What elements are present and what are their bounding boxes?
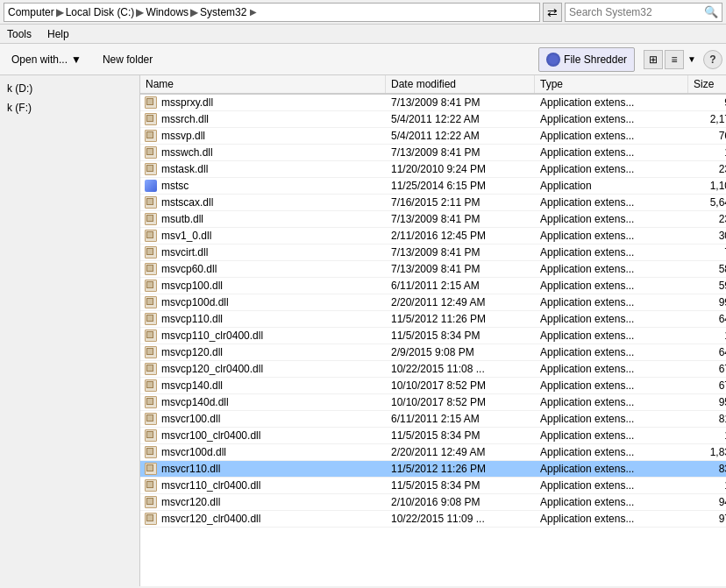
file-type: Application extens... xyxy=(535,444,688,460)
table-row[interactable]: msvcp140.dll 10/10/2017 8:52 PM Applicat… xyxy=(140,378,726,394)
file-name: msvcp110_clr0400.dll xyxy=(161,329,263,342)
file-name-cell: msvcirt.dll xyxy=(140,244,386,260)
file-name: msvcr100d.dll xyxy=(161,446,226,458)
table-row[interactable]: msvcp140d.dll 10/10/2017 8:52 PM Applica… xyxy=(140,394,726,411)
dll-icon xyxy=(145,146,157,159)
file-name: msvcirt.dll xyxy=(161,246,208,259)
column-header-row: Name Date modified Type Size xyxy=(140,75,726,95)
file-type: Application extens... xyxy=(535,428,688,443)
table-row[interactable]: msvcr120.dll 2/10/2016 9:08 PM Applicati… xyxy=(140,494,726,511)
dll-icon xyxy=(145,479,157,492)
view-list-button[interactable]: ≡ xyxy=(665,50,684,69)
file-type: Application extens... xyxy=(535,411,688,427)
menu-tools[interactable]: Tools xyxy=(4,27,35,41)
file-name-cell: msvcp60.dll xyxy=(140,261,386,277)
dll-icon xyxy=(145,379,157,392)
col-header-name[interactable]: Name xyxy=(140,75,386,93)
table-row[interactable]: msvcr120_clr0400.dll 10/22/2015 11:09 ..… xyxy=(140,511,726,528)
refresh-button[interactable]: ⇄ xyxy=(543,3,562,22)
help-button[interactable]: ? xyxy=(703,50,722,69)
file-type: Application extens... xyxy=(535,228,688,244)
file-type: Application xyxy=(535,178,688,194)
table-row[interactable]: msvcirt.dll 7/13/2009 8:41 PM Applicatio… xyxy=(140,244,726,261)
col-header-size[interactable]: Size xyxy=(688,75,726,93)
file-size: 2,172 KB xyxy=(688,111,726,127)
file-shredder-label: File Shredder xyxy=(564,53,627,66)
file-name: msvcp120_clr0400.dll xyxy=(161,363,263,375)
file-name-cell: msvcp120.dll xyxy=(140,344,386,360)
table-row[interactable]: msvcp110.dll 11/5/2012 11:26 PM Applicat… xyxy=(140,311,726,328)
file-type: Application extens... xyxy=(535,95,688,110)
file-list-container[interactable]: Name Date modified Type Size mssprxy.dll… xyxy=(140,75,726,586)
file-size: 19 KB xyxy=(688,328,726,344)
menu-help[interactable]: Help xyxy=(44,27,73,41)
file-date: 10/22/2015 11:08 ... xyxy=(386,361,535,377)
table-row[interactable]: mstask.dll 11/20/2010 9:24 PM Applicatio… xyxy=(140,161,726,178)
file-type: Application extens... xyxy=(535,161,688,177)
view-grid-button[interactable]: ⊞ xyxy=(644,50,663,69)
address-path[interactable]: Computer ▶ Local Disk (C:) ▶ Windows ▶ S… xyxy=(4,3,540,22)
table-row[interactable]: msswch.dll 7/13/2009 8:41 PM Application… xyxy=(140,145,726,161)
file-size: 810 KB xyxy=(688,411,726,427)
file-name-cell: mssprxy.dll xyxy=(140,95,386,110)
file-date: 7/13/2009 8:41 PM xyxy=(386,211,535,227)
file-type: Application extens... xyxy=(535,145,688,160)
table-row[interactable]: mssprxy.dll 7/13/2009 8:41 PM Applicatio… xyxy=(140,95,726,111)
file-name-cell: msv1_0.dll xyxy=(140,228,386,244)
search-input[interactable] xyxy=(569,6,704,18)
table-row[interactable]: mssrch.dll 5/4/2011 12:22 AM Application… xyxy=(140,111,726,128)
table-row[interactable]: msvcp120.dll 2/9/2015 9:08 PM Applicatio… xyxy=(140,344,726,361)
col-header-type[interactable]: Type xyxy=(535,75,688,93)
table-row[interactable]: msvcr110_clr0400.dll 11/5/2015 8:34 PM A… xyxy=(140,478,726,494)
file-name: mssprxy.dll xyxy=(161,96,213,109)
sidebar-item-d[interactable]: k (D:) xyxy=(0,79,139,98)
file-name-cell: msvcr100d.dll xyxy=(140,444,386,460)
table-row[interactable]: msv1_0.dll 2/11/2016 12:45 PM Applicatio… xyxy=(140,228,726,244)
table-row[interactable]: msvcr100.dll 6/11/2011 2:15 AM Applicati… xyxy=(140,411,726,428)
sidebar: k (D:) k (F:) xyxy=(0,75,140,586)
file-size: 1,830 KB xyxy=(688,444,726,460)
table-row[interactable]: msvcp100d.dll 2/20/2011 12:49 AM Applica… xyxy=(140,294,726,311)
table-row[interactable]: msvcp60.dll 7/13/2009 8:41 PM Applicatio… xyxy=(140,261,726,278)
file-name: msvcr100.dll xyxy=(161,413,220,425)
file-name-cell: msvcp120_clr0400.dll xyxy=(140,361,386,377)
table-row[interactable]: msutb.dll 7/13/2009 8:41 PM Application … xyxy=(140,211,726,228)
file-date: 5/4/2011 12:22 AM xyxy=(386,111,535,127)
table-row[interactable]: msvcr100d.dll 2/20/2011 12:49 AM Applica… xyxy=(140,444,726,461)
table-row[interactable]: msvcr100_clr0400.dll 11/5/2015 8:34 PM A… xyxy=(140,428,726,444)
table-row[interactable]: msvcp100.dll 6/11/2011 2:15 AM Applicati… xyxy=(140,278,726,294)
file-size: 5,644 KB xyxy=(688,195,726,210)
file-date: 11/20/2010 9:24 PM xyxy=(386,161,535,177)
file-date: 10/22/2015 11:09 ... xyxy=(386,511,535,527)
file-date: 11/5/2015 8:34 PM xyxy=(386,428,535,443)
file-name-cell: msvcr100_clr0400.dll xyxy=(140,428,386,443)
table-row[interactable]: mstsc 11/25/2014 6:15 PM Application 1,1… xyxy=(140,178,726,195)
file-name: mssvp.dll xyxy=(161,130,205,142)
table-row[interactable]: msvcp110_clr0400.dll 11/5/2015 8:34 PM A… xyxy=(140,328,726,344)
col-header-date[interactable]: Date modified xyxy=(386,75,535,93)
table-row[interactable]: msvcp120_clr0400.dll 10/22/2015 11:08 ..… xyxy=(140,361,726,378)
file-size: 942 KB xyxy=(688,494,726,510)
file-name: msvcr100_clr0400.dll xyxy=(161,429,260,442)
search-icon: 🔍 xyxy=(704,5,718,18)
dll-icon xyxy=(145,463,157,475)
file-name: mstsc xyxy=(161,180,189,192)
toolbar: Open with... ▼ New folder File Shredder … xyxy=(0,44,726,75)
table-row[interactable]: msvcr110.dll 11/5/2012 11:26 PM Applicat… xyxy=(140,461,726,478)
file-name: msvcp110.dll xyxy=(161,313,223,325)
table-row[interactable]: mstscax.dll 7/16/2015 2:11 PM Applicatio… xyxy=(140,195,726,211)
file-date: 11/5/2012 11:26 PM xyxy=(386,311,535,327)
file-date: 2/9/2015 9:08 PM xyxy=(386,344,535,360)
new-folder-button[interactable]: New folder xyxy=(95,47,160,72)
table-row[interactable]: mssvp.dll 5/4/2011 12:22 AM Application … xyxy=(140,128,726,145)
dll-icon xyxy=(145,96,157,109)
dll-icon xyxy=(145,363,157,375)
sidebar-item-f[interactable]: k (F:) xyxy=(0,98,139,117)
file-name: msswch.dll xyxy=(161,146,213,159)
open-with-button[interactable]: Open with... ▼ xyxy=(4,47,89,72)
file-type: Application extens... xyxy=(535,261,688,277)
file-date: 11/5/2015 8:34 PM xyxy=(386,478,535,493)
view-arrow[interactable]: ▼ xyxy=(686,54,698,64)
file-shredder-button[interactable]: File Shredder xyxy=(538,47,635,72)
file-name: msv1_0.dll xyxy=(161,230,211,242)
